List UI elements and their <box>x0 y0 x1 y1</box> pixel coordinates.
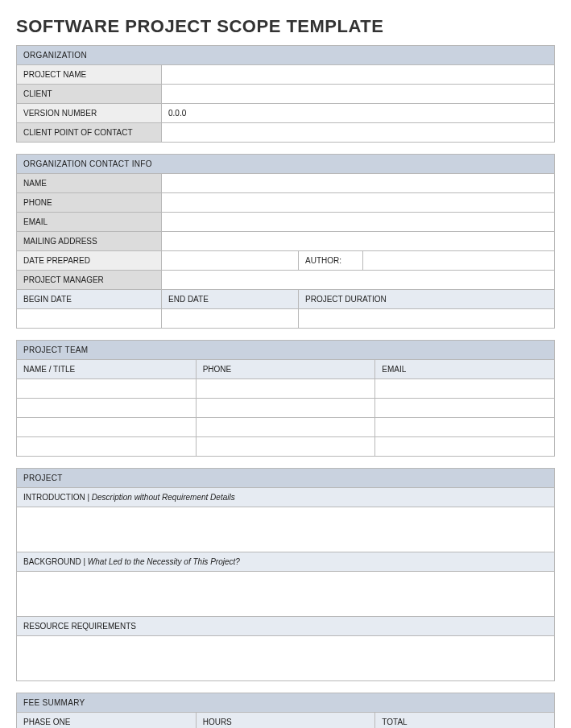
team-email-cell[interactable] <box>375 418 555 437</box>
contact-phone-value[interactable] <box>162 193 555 213</box>
project-name-value[interactable] <box>162 65 555 85</box>
introduction-label: INTRODUCTION | Description without Requi… <box>17 488 555 507</box>
team-name-cell[interactable] <box>17 379 197 399</box>
team-phone-cell[interactable] <box>196 399 375 418</box>
resource-label: RESOURCE REQUIREMENTS <box>17 617 555 636</box>
team-email-cell[interactable] <box>375 437 555 457</box>
team-name-cell[interactable] <box>17 418 197 437</box>
contact-email-label: EMAIL <box>17 213 162 232</box>
team-name-cell[interactable] <box>17 437 197 457</box>
client-value[interactable] <box>162 85 555 104</box>
background-hint-text: What Led to the Necessity of This Projec… <box>88 557 240 566</box>
client-poc-value[interactable] <box>162 123 555 143</box>
project-duration-label: PROJECT DURATION <box>299 290 555 309</box>
project-manager-value[interactable] <box>162 271 555 290</box>
contact-phone-label: PHONE <box>17 193 162 213</box>
date-prepared-value[interactable] <box>162 251 299 271</box>
background-label-text: BACKGROUND | <box>23 557 88 566</box>
team-col-email: EMAIL <box>375 360 555 379</box>
organization-header: ORGANIZATION <box>17 46 555 65</box>
date-prepared-label: DATE PREPARED <box>17 251 162 271</box>
intro-hint-text: Description without Requirement Details <box>92 493 235 502</box>
contact-name-value[interactable] <box>162 174 555 193</box>
contact-table: ORGANIZATION CONTACT INFO NAME PHONE EMA… <box>16 154 555 329</box>
team-phone-cell[interactable] <box>196 437 375 457</box>
background-label: BACKGROUND | What Led to the Necessity o… <box>17 552 555 572</box>
begin-date-value[interactable] <box>17 309 162 329</box>
introduction-value[interactable] <box>17 507 555 552</box>
page-title: SOFTWARE PROJECT SCOPE TEMPLATE <box>16 16 555 37</box>
contact-email-value[interactable] <box>162 213 555 232</box>
fee-col-phase: PHASE ONE <box>17 713 197 729</box>
team-phone-cell[interactable] <box>196 379 375 399</box>
begin-date-label: BEGIN DATE <box>17 290 162 309</box>
author-value[interactable] <box>363 251 555 271</box>
fee-header: FEE SUMMARY <box>17 693 555 713</box>
client-poc-label: CLIENT POINT OF CONTACT <box>17 123 162 143</box>
organization-table: ORGANIZATION PROJECT NAME CLIENT VERSION… <box>16 45 555 143</box>
client-label: CLIENT <box>17 85 162 104</box>
table-row <box>17 418 555 437</box>
project-name-label: PROJECT NAME <box>17 65 162 85</box>
project-header: PROJECT <box>17 469 555 488</box>
fee-table: FEE SUMMARY PHASE ONE HOURS TOTAL <box>16 693 555 728</box>
project-table: PROJECT INTRODUCTION | Description witho… <box>16 468 555 681</box>
version-number-label: VERSION NUMBER <box>17 104 162 123</box>
version-number-value[interactable]: 0.0.0 <box>162 104 555 123</box>
team-header: PROJECT TEAM <box>17 341 555 360</box>
background-value[interactable] <box>17 572 555 617</box>
project-duration-value[interactable] <box>299 309 555 329</box>
team-table: PROJECT TEAM NAME / TITLE PHONE EMAIL <box>16 340 555 457</box>
contact-mailing-value[interactable] <box>162 232 555 251</box>
contact-name-label: NAME <box>17 174 162 193</box>
intro-label-text: INTRODUCTION | <box>23 493 92 502</box>
team-name-cell[interactable] <box>17 399 197 418</box>
fee-col-total: TOTAL <box>375 713 555 729</box>
team-col-phone: PHONE <box>196 360 375 379</box>
team-email-cell[interactable] <box>375 399 555 418</box>
resource-value[interactable] <box>17 636 555 681</box>
contact-header: ORGANIZATION CONTACT INFO <box>17 155 555 174</box>
project-manager-label: PROJECT MANAGER <box>17 271 162 290</box>
fee-col-hours: HOURS <box>196 713 375 729</box>
team-phone-cell[interactable] <box>196 418 375 437</box>
table-row <box>17 437 555 457</box>
end-date-value[interactable] <box>162 309 299 329</box>
end-date-label: END DATE <box>162 290 299 309</box>
author-label: AUTHOR: <box>299 251 363 271</box>
contact-mailing-label: MAILING ADDRESS <box>17 232 162 251</box>
table-row <box>17 399 555 418</box>
team-email-cell[interactable] <box>375 379 555 399</box>
team-col-name: NAME / TITLE <box>17 360 197 379</box>
table-row <box>17 379 555 399</box>
